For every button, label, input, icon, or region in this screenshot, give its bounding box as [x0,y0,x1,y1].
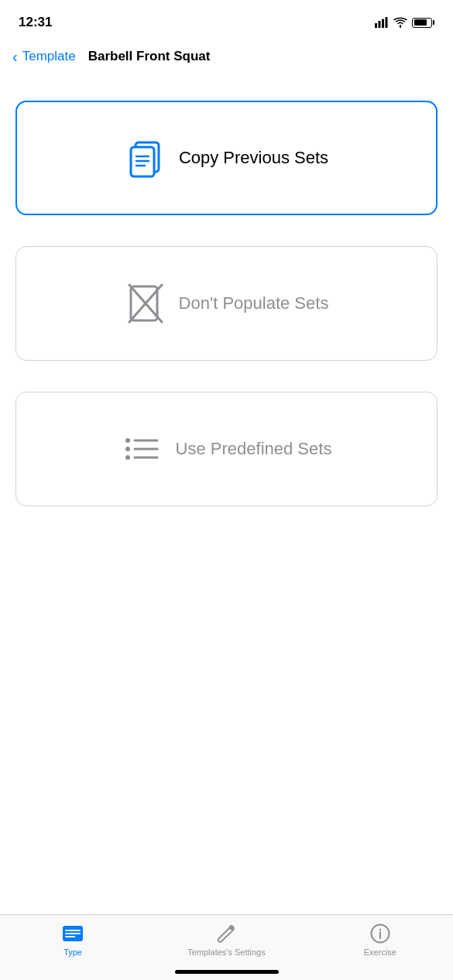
back-label: Template [22,49,76,64]
templates-settings-tab-label: Templates's Settings [187,947,266,957]
wrench-tab-icon [215,923,237,944]
svg-rect-0 [375,23,377,28]
info-circle-tab-icon [369,923,391,944]
svg-point-14 [125,455,130,460]
status-bar: 12:31 [0,0,453,39]
svg-point-25 [379,929,381,930]
copy-previous-sets-label: Copy Previous Sets [179,148,328,168]
status-time: 12:31 [19,15,52,30]
dont-populate-sets-option[interactable]: Don't Populate Sets [15,246,438,361]
no-doc-icon [125,280,166,327]
status-icons [375,17,434,28]
home-indicator [175,970,279,974]
use-predefined-sets-label: Use Predefined Sets [176,439,332,459]
svg-rect-1 [379,21,381,28]
svg-point-13 [125,447,130,451]
copy-previous-sets-option[interactable]: Copy Previous Sets [15,101,438,215]
list-icon [122,428,163,470]
copy-icon [125,135,166,181]
back-chevron-icon: ‹ [12,48,18,66]
nav-bar: ‹ Template Barbell Front Squat [0,39,453,77]
use-predefined-sets-option[interactable]: Use Predefined Sets [15,392,438,506]
signal-icon [375,17,389,28]
type-tab-icon [62,923,84,944]
tab-type[interactable]: Type [42,923,104,957]
svg-rect-3 [386,17,388,28]
type-tab-label: Type [63,947,82,957]
wifi-icon [393,17,407,28]
svg-rect-2 [382,19,384,29]
svg-point-22 [230,927,234,930]
back-button[interactable]: ‹ Template [12,48,76,66]
battery-icon [412,18,434,28]
page-title: Barbell Front Squat [88,49,211,64]
tab-templates-settings[interactable]: Templates's Settings [187,923,266,957]
options-list: Copy Previous Sets Don't Populate Sets [0,77,453,537]
exercise-tab-label: Exercise [364,947,396,957]
dont-populate-sets-label: Don't Populate Sets [179,293,329,314]
tab-exercise[interactable]: Exercise [349,923,411,957]
svg-point-12 [125,438,130,443]
